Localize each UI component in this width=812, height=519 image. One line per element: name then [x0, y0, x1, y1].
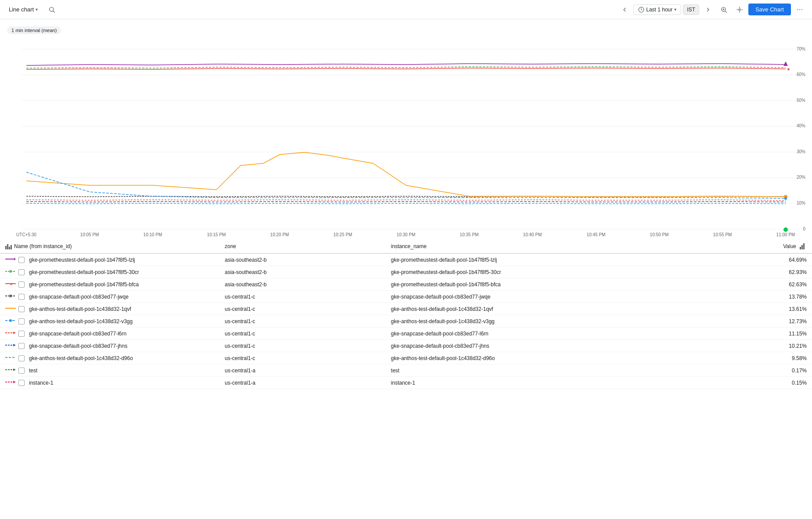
value-cell: 62.63% — [768, 278, 812, 291]
series-checkbox[interactable] — [18, 306, 25, 312]
instance-name-cell: gke-snapcase-default-pool-cb83ed77-jwqe — [386, 291, 768, 303]
series-checkbox[interactable] — [18, 318, 25, 324]
table-row: gke-prometheustest-default-pool-1b47f8f5… — [0, 266, 812, 278]
bar-chart-icon — [800, 243, 807, 249]
series-checkbox[interactable] — [18, 380, 25, 386]
series-checkbox[interactable] — [18, 294, 25, 300]
zone-cell: asia-southeast2-b — [219, 278, 386, 291]
name-cell: gke-snapcase-default-pool-cb83ed77-jhns — [0, 340, 219, 352]
series-checkbox[interactable] — [18, 368, 25, 374]
zone-cell: us-central1-c — [219, 328, 386, 340]
save-chart-button[interactable]: Save Chart — [748, 4, 791, 15]
name-cell: gke-anthos-test-default-pool-1c438d32-d9… — [0, 352, 219, 364]
chart-wrapper: 70% 60% 50% 40% 30% 20% 10% 0 ★ — [0, 36, 812, 238]
svg-text:0: 0 — [803, 227, 805, 231]
chart-type-selector[interactable]: Line chart ▾ — [5, 4, 41, 14]
crosshair-button[interactable] — [733, 3, 747, 17]
time-range-button[interactable]: Last 1 hour ▾ — [633, 4, 681, 15]
zoom-button[interactable] — [717, 3, 731, 17]
svg-text:30%: 30% — [797, 149, 805, 154]
svg-text:10:35 PM: 10:35 PM — [460, 232, 479, 237]
zone-cell: us-central1-c — [219, 315, 386, 328]
table-row: gke-anthos-test-default-pool-1c438d32-d9… — [0, 352, 812, 364]
value-cell: 11.15% — [768, 328, 812, 340]
table-row: gke-anthos-test-default-pool-1c438d32-1q… — [0, 303, 812, 315]
table-row: ★ gke-prometheustest-default-pool-1b47f8… — [0, 278, 812, 291]
svg-marker-63 — [13, 332, 16, 334]
search-button[interactable] — [45, 3, 59, 17]
name-cell: gke-anthos-test-default-pool-1c438d32-1q… — [0, 303, 219, 315]
zone-cell: us-central1-c — [219, 303, 386, 315]
name-cell: gke-prometheustest-default-pool-1b47f8f5… — [0, 253, 219, 266]
svg-text:10:10 PM: 10:10 PM — [144, 232, 162, 237]
svg-point-61 — [9, 319, 12, 322]
svg-text:10:45 PM: 10:45 PM — [587, 232, 606, 237]
table-row: gke-snapcase-default-pool-cb83ed77-jhns … — [0, 340, 812, 352]
series-name: gke-snapcase-default-pool-cb83ed77-l6rn — [29, 331, 126, 337]
col-header-instance: instance_name — [386, 240, 768, 253]
legend-table: Name (from instance_id) zone instance_na… — [0, 240, 812, 389]
chart-container: 1 min interval (mean) 70% 60% 50% 40% 30… — [0, 19, 812, 238]
svg-text:10:40 PM: 10:40 PM — [523, 232, 542, 237]
svg-text:40%: 40% — [797, 123, 805, 128]
toolbar: Line chart ▾ Last 1 hour ▾ IST — [0, 0, 812, 19]
svg-text:50%: 50% — [797, 98, 805, 103]
zone-cell: us-central1-a — [219, 364, 386, 377]
instance-name-cell: gke-anthos-test-default-pool-1c438d32-d9… — [386, 352, 768, 364]
series-checkbox[interactable] — [18, 257, 25, 263]
col-name-label: Name (from instance_id) — [14, 243, 72, 249]
instance-name-cell: gke-prometheustest-default-pool-1b47f8f5… — [386, 253, 768, 266]
zone-cell: us-central1-a — [219, 377, 386, 389]
table-row: gke-snapcase-default-pool-cb83ed77-jwqe … — [0, 291, 812, 303]
svg-marker-70 — [13, 381, 16, 383]
svg-text:10:25 PM: 10:25 PM — [334, 232, 352, 237]
next-button[interactable] — [701, 3, 715, 17]
more-options-button[interactable] — [793, 3, 807, 17]
value-cell: 12.73% — [768, 315, 812, 328]
value-cell: 10.21% — [768, 340, 812, 352]
svg-text:70%: 70% — [797, 47, 805, 51]
value-cell: 64.69% — [768, 253, 812, 266]
series-name: test — [29, 368, 37, 374]
value-cell: 9.58% — [768, 352, 812, 364]
series-name: gke-prometheustest-default-pool-1b47f8f5… — [29, 257, 135, 263]
name-cell: ★ gke-prometheustest-default-pool-1b47f8… — [0, 278, 219, 291]
zone-cell: us-central1-c — [219, 291, 386, 303]
series-name: instance-1 — [29, 380, 53, 386]
svg-point-13 — [799, 9, 800, 10]
series-checkbox[interactable] — [18, 269, 25, 275]
series-name: gke-prometheustest-default-pool-1b47f8f5… — [29, 269, 139, 275]
svg-point-35 — [783, 227, 788, 232]
name-cell: test — [0, 364, 219, 377]
series-name: gke-prometheustest-default-pool-1b47f8f5… — [29, 281, 139, 288]
table-row: instance-1 us-central1-a instance-1 0.15… — [0, 377, 812, 389]
instance-name-cell: gke-prometheustest-default-pool-1b47f8f5… — [386, 278, 768, 291]
zone-cell: us-central1-c — [219, 340, 386, 352]
prev-button[interactable] — [618, 3, 632, 17]
toolbar-right: Last 1 hour ▾ IST Save — [618, 3, 807, 17]
chart-svg[interactable]: 70% 60% 50% 40% 30% 20% 10% 0 ★ — [0, 36, 812, 238]
interval-badge: 1 min interval (mean) — [7, 26, 61, 34]
grid-icon — [5, 243, 12, 249]
table-row: gke-snapcase-default-pool-cb83ed77-l6rn … — [0, 328, 812, 340]
svg-marker-65 — [13, 344, 16, 346]
zone-cell: asia-southeast2-b — [219, 266, 386, 278]
timezone-button[interactable]: IST — [683, 4, 699, 15]
value-cell: 0.17% — [768, 364, 812, 377]
zone-cell: asia-southeast2-b — [219, 253, 386, 266]
toolbar-left: Line chart ▾ — [5, 3, 59, 17]
name-cell: gke-snapcase-default-pool-cb83ed77-jwqe — [0, 291, 219, 303]
svg-point-12 — [797, 9, 798, 10]
series-checkbox[interactable] — [18, 331, 25, 337]
table-row: test us-central1-a test 0.17% — [0, 364, 812, 377]
series-checkbox[interactable] — [18, 355, 25, 361]
col-header-name: Name (from instance_id) — [0, 240, 219, 253]
svg-point-7 — [739, 9, 740, 11]
series-checkbox[interactable] — [18, 343, 25, 349]
col-header-value: Value — [768, 240, 812, 253]
legend-section: Name (from instance_id) zone instance_na… — [0, 240, 812, 389]
chart-type-label: Line chart — [9, 6, 34, 13]
chevron-down-icon: ▾ — [36, 7, 38, 12]
series-checkbox[interactable] — [18, 281, 25, 288]
svg-text:10%: 10% — [797, 201, 805, 205]
